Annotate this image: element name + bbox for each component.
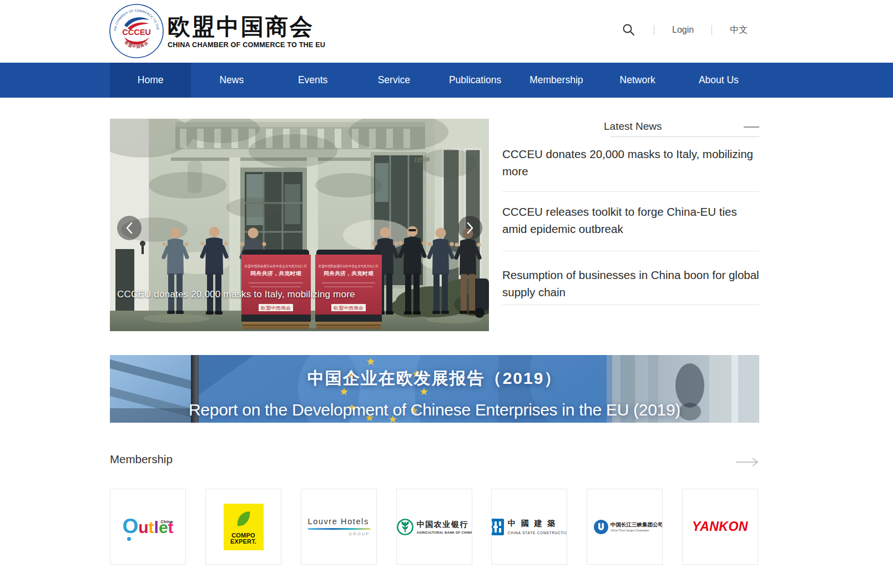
report-title-en: Report on the Development of Chinese Ent… xyxy=(110,401,759,419)
news-item-3[interactable]: Resumption of businesses in China boon f… xyxy=(502,266,759,301)
member-logo-compo-expert[interactable]: COMPO EXPERT. xyxy=(205,489,281,565)
nav-item-about-us[interactable]: About Us xyxy=(678,63,759,98)
abc-wheat-icon xyxy=(396,518,414,536)
report-banner[interactable]: 中国企业在欧发展报告（2019） Report on the Developme… xyxy=(110,355,759,423)
pallet-label: 欧盟中国商会 xyxy=(334,306,364,311)
member-logo-china-three-gorges[interactable]: 中国长江三峡集团公司 China Three Gorges Corporatio… xyxy=(587,489,663,565)
member-logo-agricultural-bank-of-china[interactable]: 中国农业银行 AGRICULTURAL BANK OF CHINA xyxy=(396,489,472,565)
nav-item-service[interactable]: Service xyxy=(354,63,435,98)
divider xyxy=(502,251,759,251)
language-switch[interactable]: 中文 xyxy=(730,24,748,36)
site-header: CHINA CHAMBER OF COMMERCE TO THE EU 欧盟中国… xyxy=(0,0,893,63)
leaf-icon xyxy=(234,509,253,529)
nav-item-home[interactable]: Home xyxy=(110,63,191,98)
nav-item-news[interactable]: News xyxy=(191,63,272,98)
news-item-1[interactable]: CCCEU donates 20,000 masks to Italy, mob… xyxy=(502,145,759,180)
chevron-right-icon xyxy=(466,221,475,235)
site-name-cn: 欧盟中国商会 xyxy=(168,14,325,39)
carousel-next-button[interactable] xyxy=(458,216,482,240)
divider xyxy=(654,25,654,35)
louvre-hotels-logo: Louvre Hotels GROUP xyxy=(308,517,370,536)
cscec-logo: 中 國 建 築 CHINA STATE CONSTRUCTION xyxy=(491,519,567,535)
nav-item-network[interactable]: Network xyxy=(597,63,678,98)
nav-item-membership[interactable]: Membership xyxy=(516,63,597,98)
main-nav-items: Home News Events Service Publications Me… xyxy=(110,63,759,98)
member-logo-china-state-construction[interactable]: 中 國 建 築 CHINA STATE CONSTRUCTION xyxy=(491,489,567,565)
carousel-prev-button[interactable] xyxy=(117,216,142,240)
cscec-icon xyxy=(491,519,504,535)
building-year-inscription: 1890 xyxy=(413,155,428,164)
pallet-label: 欧盟中国商会 xyxy=(261,306,291,311)
louvre-gradient-line xyxy=(308,528,370,530)
latest-news-accent-dash xyxy=(744,126,759,128)
membership-more-arrow-icon[interactable] xyxy=(735,457,759,467)
pallet-banner-line1: 欧盟中国商会携手在欧中资企业与意大利人民 xyxy=(245,264,307,268)
main-nav: Home News Events Service Publications Me… xyxy=(0,63,893,98)
outlet-logo: Outlet China xyxy=(122,518,173,536)
yankon-logo: YANKON xyxy=(692,519,748,534)
divider xyxy=(502,305,759,305)
ctg-icon xyxy=(594,520,608,534)
abc-logo: 中国农业银行 AGRICULTURAL BANK OF CHINA xyxy=(396,518,472,536)
latest-news-underline xyxy=(611,136,759,137)
header-utility-bar: Login 中文 xyxy=(622,22,748,38)
nav-item-publications[interactable]: Publications xyxy=(435,63,516,98)
member-logo-yankon[interactable]: YANKON xyxy=(682,489,758,565)
report-title-cn: 中国企业在欧发展报告（2019） xyxy=(110,367,759,390)
hero-carousel[interactable]: 1890 xyxy=(110,119,489,331)
badge-center-text: CCCEU xyxy=(122,28,151,37)
latest-news-panel: Latest News CCCEU donates 20,000 masks t… xyxy=(502,118,759,334)
pallet-banner-line2: 同舟共济，共克时艰 xyxy=(250,271,302,276)
site-logo[interactable]: CHINA CHAMBER OF COMMERCE TO THE EU 欧盟中国… xyxy=(109,3,325,59)
chevron-left-icon xyxy=(125,221,134,235)
member-logo-outlet-china[interactable]: Outlet China xyxy=(110,489,186,565)
divider xyxy=(502,191,759,192)
divider xyxy=(712,25,712,35)
ccceu-badge-icon: CHINA CHAMBER OF COMMERCE TO THE EU 欧盟中国… xyxy=(109,3,164,59)
ctg-logo: 中国长江三峡集团公司 China Three Gorges Corporatio… xyxy=(594,520,663,534)
search-icon[interactable] xyxy=(622,23,636,37)
site-name-en: CHINA CHAMBER OF COMMERCE TO THE EU xyxy=(168,41,325,49)
membership-section-title: Membership xyxy=(110,453,173,466)
member-logo-louvre-hotels[interactable]: Louvre Hotels GROUP xyxy=(301,489,377,565)
ccceu-homepage: CHINA CHAMBER OF COMMERCE TO THE EU 欧盟中国… xyxy=(0,0,893,588)
login-link[interactable]: Login xyxy=(672,25,694,35)
carousel-caption: CCCEU donates 20,000 masks to Italy, mob… xyxy=(117,289,481,300)
logo-text: 欧盟中国商会 CHINA CHAMBER OF COMMERCE TO THE … xyxy=(168,14,325,49)
latest-news-title: Latest News xyxy=(604,120,662,133)
news-item-2[interactable]: CCCEU releases toolkit to forge China-EU… xyxy=(502,203,759,237)
outlet-dot xyxy=(127,537,131,541)
nav-item-events[interactable]: Events xyxy=(273,63,354,98)
compo-expert-logo: COMPO EXPERT. xyxy=(224,504,264,550)
pallet-banner-line1: 欧盟中国商会携手在欧中资企业与意大利人民 xyxy=(319,264,379,268)
pallet-banner-line2: 同舟共济，共克时艰 xyxy=(324,271,374,276)
